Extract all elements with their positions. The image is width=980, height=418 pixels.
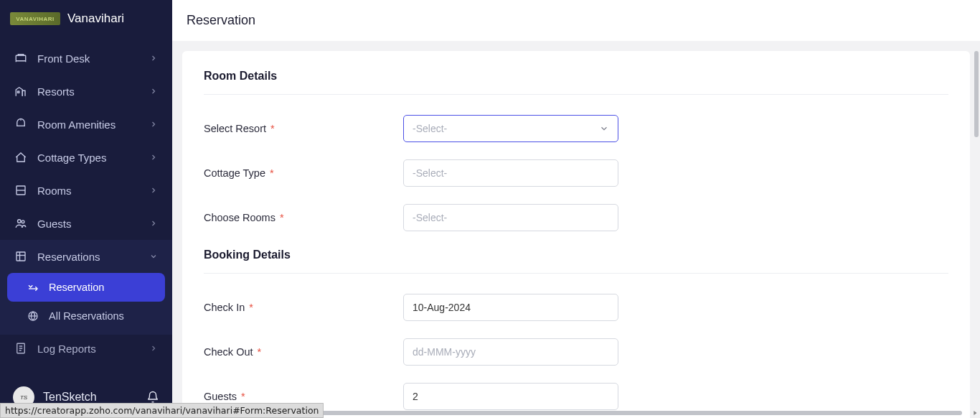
field-check-in: Check In * <box>204 294 948 321</box>
sidebar-item-label: Room Amenities <box>37 119 116 131</box>
guests-input[interactable] <box>403 383 618 410</box>
sidebar: VANAVIHARI Vanavihari Front Desk Resorts <box>0 0 172 418</box>
main-content: Reservation Room Details Select Resort *… <box>172 0 980 418</box>
select-placeholder: -Select- <box>413 167 447 179</box>
sidebar-item-cottage-types[interactable]: Cottage Types <box>0 141 172 174</box>
content-wrapper: Room Details Select Resort * -Select- <box>172 41 980 418</box>
vertical-scrollbar[interactable] <box>973 51 980 408</box>
check-in-input[interactable] <box>403 294 618 321</box>
reservations-icon <box>14 250 27 263</box>
sidebar-sub-label: Reservation <box>49 282 104 293</box>
select-resort-dropdown[interactable]: -Select- <box>403 115 618 142</box>
desk-icon <box>14 52 27 65</box>
guests-icon <box>14 217 27 230</box>
sidebar-sub-all-reservations[interactable]: All Reservations <box>7 302 165 330</box>
check-out-input[interactable] <box>403 338 618 366</box>
field-select-resort: Select Resort * -Select- <box>204 115 948 142</box>
user-name: TenSketch <box>43 391 97 404</box>
sidebar-item-reservations[interactable]: Reservations <box>0 240 172 273</box>
cottage-icon <box>14 151 27 164</box>
rooms-icon <box>14 184 27 197</box>
sidebar-item-label: Rooms <box>37 185 72 197</box>
svg-rect-5 <box>17 252 25 261</box>
logo-image: VANAVIHARI <box>10 12 60 25</box>
sidebar-item-label: Reservations <box>37 251 100 263</box>
required-indicator: * <box>255 346 262 358</box>
sidebar-item-front-desk[interactable]: Front Desk <box>0 42 172 75</box>
sidebar-item-label: Cottage Types <box>37 152 106 164</box>
select-placeholder: -Select- <box>413 123 447 134</box>
building-icon <box>14 85 27 98</box>
scrollbar-thumb[interactable] <box>974 51 979 137</box>
status-bar-url: https://creatorapp.zoho.com/vanavihari/v… <box>0 403 324 418</box>
sidebar-item-label: Log Reports <box>37 343 96 355</box>
section-title-booking-details: Booking Details <box>204 249 948 274</box>
choose-rooms-dropdown[interactable]: -Select- <box>403 204 618 231</box>
page-title: Reservation <box>172 0 980 41</box>
report-icon <box>14 342 27 355</box>
svg-rect-0 <box>16 55 26 61</box>
sidebar-item-log-reports[interactable]: Log Reports <box>0 335 172 359</box>
field-label: Choose Rooms * <box>204 212 403 223</box>
scroll-right-icon[interactable] <box>971 409 979 417</box>
required-indicator: * <box>268 123 275 134</box>
globe-icon <box>27 310 39 322</box>
sidebar-item-guests[interactable]: Guests <box>0 207 172 240</box>
field-label: Guests * <box>204 391 403 402</box>
sidebar-item-label: Guests <box>37 218 72 230</box>
chevron-right-icon <box>149 186 158 195</box>
sidebar-submenu: Reservation All Reservations <box>0 273 172 335</box>
sidebar-item-room-amenities[interactable]: Room Amenities <box>0 108 172 141</box>
amenities-icon <box>14 118 27 131</box>
required-indicator: * <box>277 212 284 223</box>
sidebar-item-resorts[interactable]: Resorts <box>0 75 172 108</box>
chevron-down-icon <box>599 124 609 134</box>
chevron-right-icon <box>149 219 158 228</box>
field-label: Select Resort * <box>204 123 403 134</box>
section-title-room-details: Room Details <box>204 70 948 95</box>
chevron-right-icon <box>149 344 158 353</box>
chevron-right-icon <box>149 153 158 162</box>
field-check-out: Check Out * <box>204 338 948 366</box>
svg-rect-1 <box>18 91 19 93</box>
reservation-icon <box>27 282 39 293</box>
select-placeholder: -Select- <box>413 212 447 223</box>
sidebar-sub-label: All Reservations <box>49 310 124 322</box>
field-cottage-type: Cottage Type * -Select- <box>204 159 948 187</box>
svg-point-3 <box>18 220 22 223</box>
required-indicator: * <box>238 391 245 402</box>
chevron-right-icon <box>149 54 158 62</box>
sidebar-nav: Front Desk Resorts Room Am <box>0 37 172 376</box>
logo-bar: VANAVIHARI Vanavihari <box>0 0 172 37</box>
cottage-type-dropdown[interactable]: -Select- <box>403 159 618 187</box>
field-label: Cottage Type * <box>204 167 403 179</box>
sidebar-item-label: Resorts <box>37 85 75 98</box>
sidebar-item-label: Front Desk <box>37 52 90 65</box>
chevron-down-icon <box>149 252 158 261</box>
bell-icon[interactable] <box>146 391 159 404</box>
sidebar-sub-reservation[interactable]: Reservation <box>7 273 165 302</box>
brand-name: Vanavihari <box>67 11 124 26</box>
required-indicator: * <box>267 167 274 179</box>
chevron-right-icon <box>149 120 158 129</box>
form-card: Room Details Select Resort * -Select- <box>182 51 970 418</box>
chevron-right-icon <box>149 87 158 96</box>
svg-point-4 <box>22 220 24 223</box>
sidebar-item-rooms[interactable]: Rooms <box>0 174 172 207</box>
field-choose-rooms: Choose Rooms * -Select- <box>204 204 948 231</box>
required-indicator: * <box>246 302 253 313</box>
field-label: Check Out * <box>204 346 403 358</box>
field-label: Check In * <box>204 302 403 313</box>
